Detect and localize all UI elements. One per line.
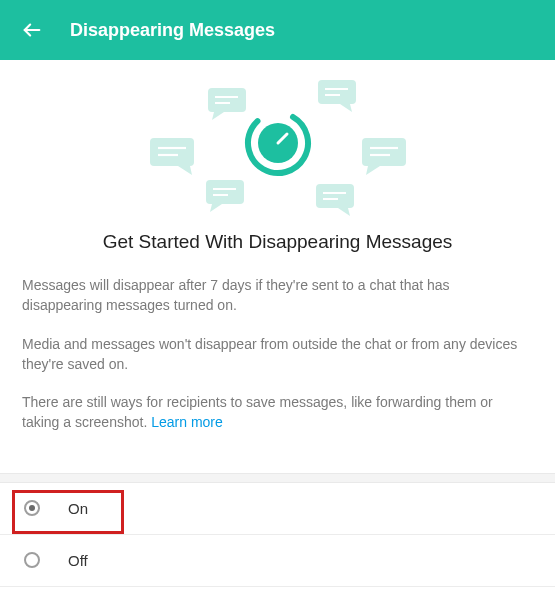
svg-marker-25 — [338, 208, 350, 216]
section-heading: Get Started With Disappearing Messages — [22, 231, 533, 253]
svg-marker-21 — [210, 204, 222, 212]
arrow-left-icon — [21, 19, 43, 41]
svg-marker-13 — [178, 166, 192, 175]
svg-rect-16 — [362, 138, 406, 166]
svg-rect-20 — [206, 180, 244, 204]
description-2: Media and messages won't disappear from … — [22, 334, 533, 375]
page-title: Disappearing Messages — [70, 20, 275, 41]
section-divider — [0, 473, 555, 483]
learn-more-link[interactable]: Learn more — [151, 414, 223, 430]
option-off[interactable]: Off — [0, 535, 555, 587]
description-3-text: There are still ways for recipients to s… — [22, 394, 493, 430]
description-1: Messages will disappear after 7 days if … — [22, 275, 533, 316]
option-on[interactable]: On — [0, 483, 555, 535]
radio-on[interactable] — [24, 500, 40, 516]
svg-rect-4 — [208, 88, 246, 112]
svg-marker-9 — [340, 104, 352, 112]
illustration — [0, 60, 555, 225]
svg-rect-24 — [316, 184, 354, 208]
svg-rect-12 — [150, 138, 194, 166]
back-button[interactable] — [18, 16, 46, 44]
content-area: Get Started With Disappearing Messages M… — [0, 231, 555, 473]
svg-marker-5 — [212, 112, 224, 120]
option-on-label: On — [68, 500, 88, 517]
header: Disappearing Messages — [0, 0, 555, 60]
svg-rect-8 — [318, 80, 356, 104]
svg-marker-17 — [366, 166, 380, 175]
description-3: There are still ways for recipients to s… — [22, 392, 533, 433]
radio-off[interactable] — [24, 552, 40, 568]
option-off-label: Off — [68, 552, 88, 569]
